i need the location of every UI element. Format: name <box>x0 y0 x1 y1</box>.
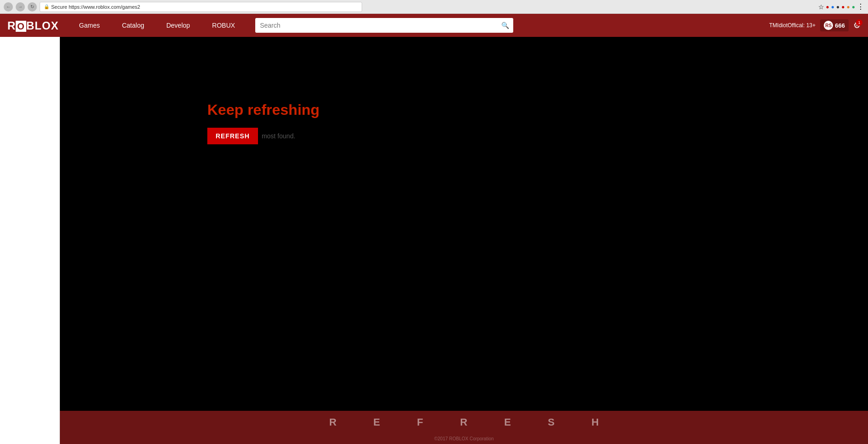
error-actions: REFRESH most found. <box>207 128 868 144</box>
footer-letter-e2: E <box>504 416 511 428</box>
robux-amount: 666 <box>835 22 845 29</box>
footer: R E F R E S H <box>60 411 868 434</box>
search-bar: 🔍 <box>255 18 513 33</box>
search-button[interactable]: 🔍 <box>497 18 513 33</box>
ext-icon-3: ● <box>836 4 839 10</box>
robux-badge[interactable]: RS 666 <box>820 19 849 31</box>
refresh-button[interactable]: REFRESH <box>207 128 258 144</box>
ext-icon-1: ● <box>826 4 829 10</box>
star-icon[interactable]: ☆ <box>818 3 824 11</box>
footer-letter-r2: R <box>460 416 467 428</box>
page-body: Keep refreshing REFRESH most found. R E … <box>0 37 868 444</box>
nav-develop[interactable]: Develop <box>155 14 201 37</box>
settings-button[interactable]: ⚙ 1 <box>853 20 861 30</box>
error-section: Keep refreshing REFRESH most found. <box>60 37 868 411</box>
refresh-browser-button[interactable]: ↻ <box>28 2 37 12</box>
menu-icon[interactable]: ⋮ <box>857 2 864 11</box>
error-title: Keep refreshing <box>207 101 868 118</box>
nav-games[interactable]: Games <box>68 14 111 37</box>
footer-letter-f: F <box>417 416 423 428</box>
nav-links: Games Catalog Develop ROBUX <box>68 14 246 37</box>
ext-icon-5: ● <box>847 4 850 10</box>
ext-icon-6: ● <box>852 4 855 10</box>
sidebar <box>0 37 60 444</box>
ext-icon-4: ● <box>841 4 845 10</box>
settings-notif-badge: 1 <box>856 19 862 26</box>
nav-robux[interactable]: ROBUX <box>201 14 246 37</box>
footer-letter-e1: E <box>373 416 380 428</box>
main-content: Keep refreshing REFRESH most found. R E … <box>60 37 868 444</box>
roblox-logo: ROBLOX <box>7 18 59 33</box>
nav-right: TMIdiotOffical: 13+ RS 666 ⚙ 1 <box>769 19 861 31</box>
search-input[interactable] <box>255 18 513 33</box>
secure-label: Secure <box>51 4 67 10</box>
ext-icon-2: ● <box>831 4 834 10</box>
robux-icon: RS <box>824 21 833 30</box>
forward-button[interactable]: → <box>16 2 25 12</box>
browser-chrome: ← → ↻ 🔒 Secure https://www.roblox.com/ga… <box>0 0 868 14</box>
not-found-text: most found. <box>262 132 295 140</box>
secure-icon: 🔒 <box>44 4 49 9</box>
browser-toolbar-icons: ☆ ● ● ● ● ● ● ⋮ <box>818 2 865 11</box>
copyright-text: ©2017 ROBLOX Corporation <box>434 436 493 441</box>
footer-wrapper: R E F R E S H ©2017 ROBLOX Corporation <box>60 411 868 444</box>
url-bar[interactable]: 🔒 Secure https://www.roblox.com/games2 <box>40 2 362 12</box>
nav-catalog[interactable]: Catalog <box>111 14 155 37</box>
main-nav: ROBLOX Games Catalog Develop ROBUX 🔍 TMI… <box>0 14 868 37</box>
footer-letter-h: H <box>592 416 599 428</box>
url-text: https://www.roblox.com/games2 <box>69 4 140 10</box>
back-button[interactable]: ← <box>4 2 13 12</box>
footer-letter-r1: R <box>329 416 336 428</box>
username-label: TMIdiotOffical: 13+ <box>769 22 815 29</box>
footer-letter-s: S <box>548 416 555 428</box>
